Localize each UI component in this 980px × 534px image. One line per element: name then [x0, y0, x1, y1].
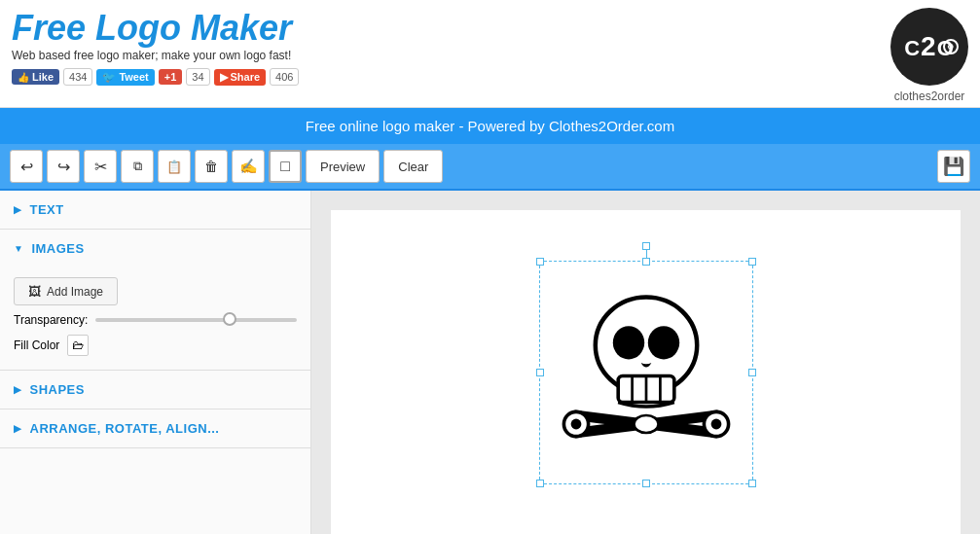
text-section: ▶ TEXT	[0, 191, 310, 230]
text-section-label: TEXT	[30, 202, 64, 217]
redo-button[interactable]: ↪	[47, 150, 80, 183]
clear-button[interactable]: Clear	[383, 150, 443, 183]
svg-point-5	[612, 326, 643, 359]
images-section-label: IMAGES	[31, 241, 84, 256]
fb-count: 434	[63, 68, 92, 86]
rotation-handle[interactable]	[642, 242, 650, 250]
twitter-icon: 🐦	[102, 71, 116, 84]
transparency-slider-thumb[interactable]	[223, 312, 236, 326]
selected-element-container[interactable]	[539, 261, 753, 484]
select-button[interactable]: □	[269, 150, 302, 183]
share-count: 406	[270, 68, 299, 86]
handle-top-center[interactable]	[642, 258, 650, 266]
site-title: Free Logo Maker	[12, 8, 299, 49]
facebook-like-button[interactable]: 👍 Like	[12, 69, 59, 85]
text-section-header[interactable]: ▶ TEXT	[0, 191, 310, 229]
shapes-section: ▶ SHAPES	[0, 371, 310, 409]
cut-button[interactable]: ✂	[84, 150, 117, 183]
images-arrow-icon: ▼	[14, 243, 23, 254]
fill-color-swatch[interactable]: 🗁	[67, 335, 89, 356]
gplus-button[interactable]: +1	[159, 69, 183, 85]
share-icon: ▶	[220, 71, 228, 84]
brand-logo: C2O ⚙ clothes2order	[890, 8, 968, 103]
svg-point-6	[647, 326, 678, 359]
main-content: ▶ TEXT ▼ IMAGES 🖼 Add Image Transparency…	[0, 191, 980, 534]
brand-circle: C2O ⚙	[890, 8, 968, 86]
sidebar: ▶ TEXT ▼ IMAGES 🖼 Add Image Transparency…	[0, 191, 311, 534]
gplus-label: +1	[164, 71, 177, 83]
header-left: Free Logo Maker Web based free logo make…	[12, 8, 299, 86]
delete-button[interactable]: 🗑	[195, 150, 228, 183]
rotation-line	[646, 246, 647, 262]
transparency-row: Transparency:	[14, 313, 297, 327]
pan-button[interactable]: ✍	[232, 150, 265, 183]
shapes-section-label: SHAPES	[30, 382, 85, 397]
toolbar-right: 💾	[937, 150, 970, 183]
fill-color-label: Fill Color	[14, 338, 59, 352]
handle-top-right[interactable]	[748, 258, 756, 266]
images-section-header[interactable]: ▼ IMAGES	[0, 230, 310, 267]
skull-image[interactable]	[559, 270, 734, 455]
fb-like-label: Like	[32, 71, 54, 83]
brand-text: C2O ⚙	[904, 31, 955, 62]
eyedropper-icon: 🗁	[72, 338, 84, 352]
share-label: Share	[231, 71, 261, 83]
handle-bottom-left[interactable]	[536, 480, 544, 487]
add-image-button[interactable]: 🖼 Add Image	[14, 277, 118, 305]
text-arrow-icon: ▶	[14, 204, 22, 215]
banner-text: Free online logo maker - Powered by Clot…	[306, 118, 674, 134]
handle-middle-left[interactable]	[536, 369, 544, 376]
shapes-section-header[interactable]: ▶ SHAPES	[0, 371, 310, 409]
shapes-arrow-icon: ▶	[14, 384, 22, 395]
save-button[interactable]: 💾	[937, 150, 970, 183]
transparency-slider-track	[95, 318, 297, 322]
share-button[interactable]: ▶ Share	[214, 69, 267, 86]
undo-button[interactable]: ↩	[10, 150, 43, 183]
arrange-section-label: ARRANGE, ROTATE, ALIGN...	[30, 421, 220, 436]
arrange-section-header[interactable]: ▶ ARRANGE, ROTATE, ALIGN...	[0, 409, 310, 447]
toolbar: ↩ ↪ ✂ ⧉ 📋 🗑 ✍ □ Preview Clear 💾	[0, 144, 980, 191]
canvas-inner	[331, 210, 961, 534]
svg-point-12	[710, 419, 721, 430]
arrange-section: ▶ ARRANGE, ROTATE, ALIGN...	[0, 409, 310, 448]
paste-button[interactable]: 📋	[158, 150, 191, 183]
fb-icon: 👍	[18, 72, 29, 83]
banner: Free online logo maker - Powered by Clot…	[0, 108, 980, 144]
handle-bottom-right[interactable]	[748, 480, 756, 487]
gplus-count: 34	[186, 68, 209, 86]
twitter-tweet-button[interactable]: 🐦 Tweet	[96, 69, 154, 86]
site-subtitle: Web based free logo maker; make your own…	[12, 49, 299, 62]
transparency-label: Transparency:	[14, 313, 88, 327]
tweet-label: Tweet	[119, 71, 148, 83]
fill-color-row: Fill Color 🗁	[14, 335, 297, 356]
social-bar: 👍 Like 434 🐦 Tweet +1 34 ▶ Share 406	[12, 68, 299, 86]
header: Free Logo Maker Web based free logo make…	[0, 0, 980, 108]
images-section-content: 🖼 Add Image Transparency: Fill Color 🗁	[0, 267, 310, 370]
add-image-label: Add Image	[47, 285, 103, 299]
brand-subtitle: clothes2order	[890, 89, 968, 103]
handle-middle-right[interactable]	[748, 369, 756, 376]
canvas-area[interactable]	[311, 191, 980, 534]
svg-point-10	[570, 419, 581, 430]
svg-point-13	[634, 415, 658, 433]
handle-top-left[interactable]	[536, 258, 544, 266]
add-image-icon: 🖼	[28, 284, 41, 299]
preview-button[interactable]: Preview	[306, 150, 380, 183]
copy-button[interactable]: ⧉	[121, 150, 154, 183]
arrange-arrow-icon: ▶	[14, 423, 22, 434]
images-section: ▼ IMAGES 🖼 Add Image Transparency: Fill …	[0, 230, 310, 371]
handle-bottom-center[interactable]	[642, 480, 650, 487]
